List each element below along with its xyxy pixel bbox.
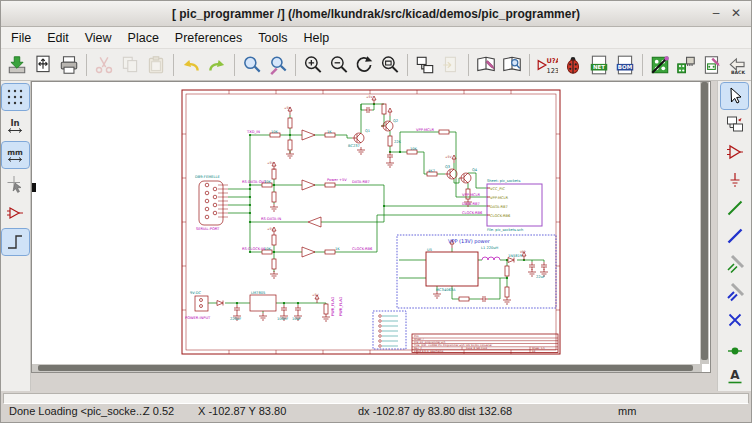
schematic-text: BC237 [348,144,360,148]
wire-to-bus-entry-button[interactable] [721,251,748,277]
schematic-text: POWER-INPUT [185,316,211,320]
place-component-button[interactable] [721,139,748,165]
schematic-text: VCC_PIC [490,187,506,191]
cvpcb-icon [675,54,697,76]
grid-icon [5,87,25,107]
cursor-shape-button[interactable] [2,171,29,197]
back-annotate-button[interactable]: BACK [725,51,751,79]
horizontal-scrollbar-thumb[interactable] [38,365,693,371]
vertical-scrollbar-thumb[interactable] [701,82,708,360]
print-button[interactable] [56,51,82,79]
cursor-icon [725,86,745,106]
schematic-text: +5V [312,293,319,297]
place-junction-button[interactable] [721,335,748,361]
grid-toggle-button[interactable] [2,84,29,110]
place-wire-button[interactable] [721,195,748,221]
schematic-text: TXD_IN [246,130,260,134]
undo-button[interactable] [178,51,204,79]
page-settings-button[interactable] [30,51,56,79]
library-editor-button[interactable] [473,51,499,79]
redo-button[interactable] [204,51,230,79]
menu-help[interactable]: Help [295,29,337,47]
schematic-text: DATA-RB7 [462,202,480,206]
hv-wires-button[interactable] [2,229,29,255]
schematic-text: A4 [532,350,536,353]
schematic-canvas[interactable]: DB9-FEMELLESERIAL-PORTTXD_IN10K1KQ1BC237… [31,81,711,373]
hierarchy-tool-button[interactable] [721,111,748,137]
schematic-text: KiCad E.D.A. eeschema [414,350,444,353]
vertical-scrollbar[interactable] [700,82,709,364]
no-connect-button[interactable] [721,307,748,333]
annotate-button[interactable]: U?A123 [534,51,560,79]
library-browser-button[interactable] [499,51,525,79]
titlebar[interactable]: [ pic_programmer /] (/home/lkundrak/src/… [1,1,751,27]
run-pcbnew-button[interactable] [647,51,673,79]
no-connect-icon [725,310,745,330]
annotate-num-text: 123 [547,66,559,74]
zoom-out-button[interactable] [326,51,352,79]
schematic-labels: DB9-FEMELLESERIAL-PORTTXD_IN10K1KQ1BC237… [185,95,545,353]
aux-connector [379,315,398,348]
page-settings-icon [32,54,54,76]
schematic-text: 1K [327,130,332,134]
hierarchy-sheets-icon [725,114,745,134]
bus-to-bus-entry-button[interactable] [721,279,748,305]
zoom-in-button[interactable] [300,51,326,79]
place-power-port-button[interactable] [721,167,748,193]
canvas-left-marker [32,183,36,192]
menu-place[interactable]: Place [120,29,167,47]
schematic-text: +5V [267,227,274,231]
edit-footprint-fields-icon [701,54,723,76]
units-mm-button[interactable]: mm [2,142,29,168]
schematic-text: U5 [427,248,432,252]
minimize-button[interactable]: – [707,1,725,25]
save-button[interactable] [4,51,30,79]
menu-file[interactable]: File [3,29,39,47]
units-inches-button[interactable]: In [2,113,29,139]
footprint-fields-button[interactable] [699,51,725,79]
erc-button[interactable] [560,51,586,79]
place-label-button[interactable]: A [721,363,748,389]
inches-text: In [11,118,20,128]
schematic-text: Q3 [445,165,450,169]
hierarchy-icon [414,54,436,76]
menu-preferences[interactable]: Preferences [167,29,250,47]
mm-text: mm [8,148,24,157]
schematic-text: VPP-MCLR [462,193,481,197]
zoom-fit-button[interactable] [377,51,403,79]
bus-icon [725,226,745,246]
horizontal-scrollbar[interactable] [32,364,702,372]
toolbar-separator [86,54,87,76]
toolbar-separator [529,54,530,76]
status-units: mm [618,405,636,417]
label-icon: A [725,366,745,386]
save-icon [6,54,28,76]
find-replace-button[interactable] [265,51,291,79]
schematic-text: File: pic_sockets.sch [487,228,523,232]
assign-footprints-button[interactable] [673,51,699,79]
zoom-in-icon [302,54,324,76]
hierarchy-navigator-button[interactable] [412,51,438,79]
menu-tools[interactable]: Tools [250,29,295,47]
leave-sheet-icon [440,54,462,76]
schematic-text: 220uF [230,317,241,321]
hidden-pins-button[interactable] [2,200,29,226]
status-message: Done Loading <pic_socke... [9,405,145,417]
toolbar-separator [407,54,408,76]
schematic-text: 22K [394,140,402,144]
toolbar-separator [173,54,174,76]
bom-button[interactable]: BOM [612,51,638,79]
copy-icon [119,54,141,76]
menu-edit[interactable]: Edit [39,29,77,47]
close-button[interactable]: ✕ [727,1,745,25]
netlist-button[interactable]: NET [586,51,612,79]
place-bus-button[interactable] [721,223,748,249]
back-annotate-icon: BACK [727,54,749,76]
schematic-text: Q4 [472,168,478,172]
library-browser-icon [501,54,523,76]
select-tool-button[interactable] [721,83,748,109]
find-button[interactable] [239,51,265,79]
redraw-button[interactable] [352,51,378,79]
schematic-text: 9V-DC [190,291,202,295]
menu-view[interactable]: View [77,29,120,47]
